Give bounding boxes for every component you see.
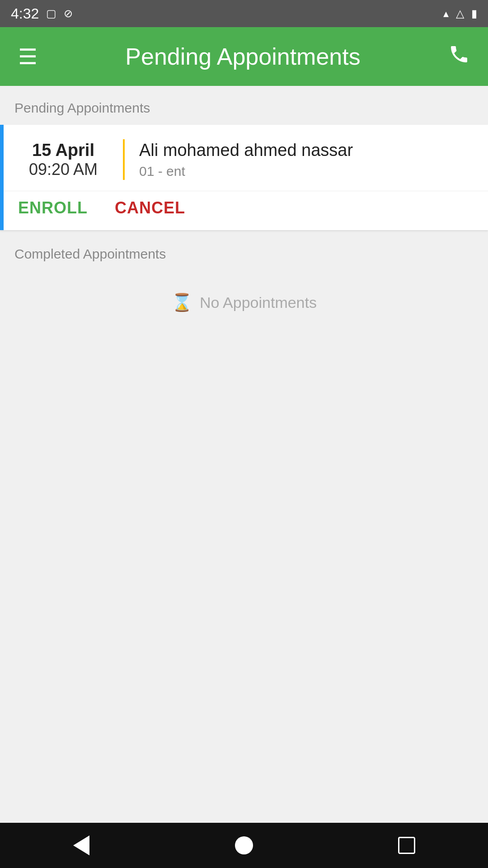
- patient-id: 01 - ent: [139, 164, 474, 179]
- status-time: 4:32: [11, 5, 39, 22]
- pending-section-header: Pending Appointments: [0, 86, 488, 125]
- home-button[interactable]: [226, 827, 262, 863]
- no-appointments-text: No Appointments: [200, 294, 317, 311]
- bottom-nav: [0, 823, 488, 868]
- status-bar: 4:32 ▢ ⊘ ▴ △ ▮: [0, 0, 488, 27]
- no-appointments-message: ⌛ No Appointments: [0, 271, 488, 334]
- appointment-details: Ali mohamed ahmed nassar 01 - ent: [139, 141, 474, 179]
- status-bar-left: 4:32 ▢ ⊘: [11, 5, 73, 22]
- patient-name: Ali mohamed ahmed nassar: [139, 141, 474, 160]
- appointment-card: 15 April 09:20 AM Ali mohamed ahmed nass…: [0, 125, 488, 230]
- status-bar-right: ▴ △ ▮: [443, 7, 477, 20]
- appointment-datetime: 15 April 09:20 AM: [18, 141, 108, 179]
- appointment-info: 15 April 09:20 AM Ali mohamed ahmed nass…: [4, 125, 488, 191]
- phone-icon[interactable]: [448, 43, 470, 70]
- signal-icon: △: [456, 7, 464, 20]
- vertical-divider: [123, 139, 125, 180]
- enroll-button[interactable]: ENROLL: [18, 198, 88, 217]
- hourglass-icon: ⌛: [171, 292, 192, 312]
- back-icon: [73, 835, 89, 855]
- wifi-icon: ▴: [443, 7, 449, 20]
- battery-icon: ▮: [471, 7, 477, 20]
- recents-icon: [398, 837, 415, 854]
- back-button[interactable]: [63, 827, 99, 863]
- recents-button[interactable]: [389, 827, 425, 863]
- home-icon: [235, 836, 253, 854]
- do-not-disturb-icon: ⊘: [64, 7, 73, 20]
- sim-icon: ▢: [46, 7, 56, 20]
- app-bar: ☰ Pending Appointments: [0, 27, 488, 86]
- appointment-actions: ENROLL CANCEL: [4, 191, 488, 230]
- completed-section-header: Completed Appointments: [0, 232, 488, 271]
- appointment-time: 09:20 AM: [18, 160, 108, 179]
- menu-icon[interactable]: ☰: [18, 44, 38, 69]
- cancel-button[interactable]: CANCEL: [115, 198, 185, 217]
- appointment-date: 15 April: [18, 141, 108, 160]
- content-area: Pending Appointments 15 April 09:20 AM A…: [0, 86, 488, 334]
- app-bar-title: Pending Appointments: [125, 43, 360, 70]
